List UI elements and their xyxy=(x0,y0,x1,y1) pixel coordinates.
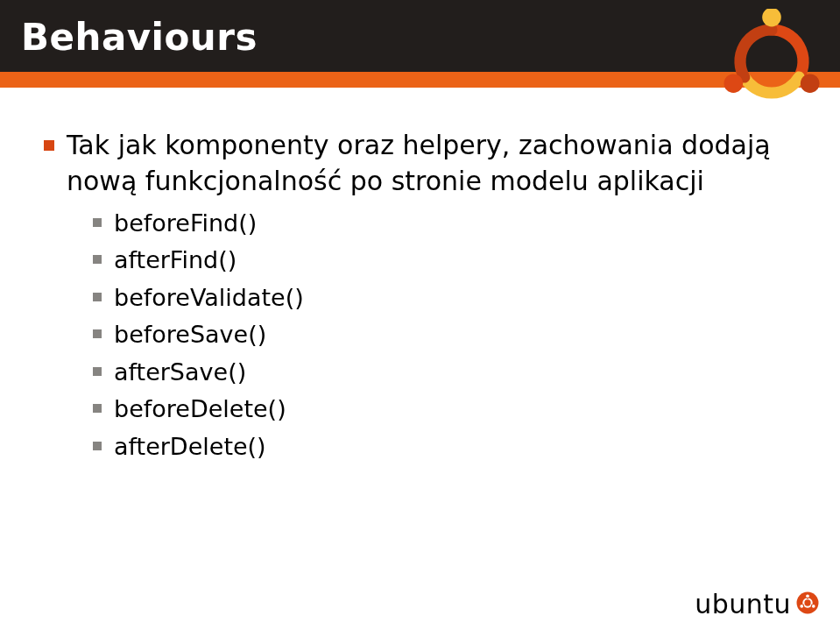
bullet-level2: afterDelete() xyxy=(91,431,798,463)
bullet-level1: Tak jak komponenty oraz helpery, zachowa… xyxy=(42,128,798,199)
svg-point-8 xyxy=(806,594,809,598)
sublist-item-label: beforeDelete() xyxy=(114,395,286,422)
sublist-item-label: beforeValidate() xyxy=(114,284,304,311)
ubuntu-wordmark: ubuntu xyxy=(695,589,791,619)
ubuntu-logo-small-icon xyxy=(796,591,819,618)
ubuntu-logo-icon xyxy=(719,9,824,114)
slide: Behaviours xyxy=(0,0,840,630)
footer: ubuntu xyxy=(695,589,819,619)
header-orange-strip xyxy=(0,72,840,88)
bullet-text: Tak jak komponenty oraz helpery, zachowa… xyxy=(67,130,771,196)
sublist-item-label: afterFind() xyxy=(114,246,236,273)
bullet-level2: beforeSave() xyxy=(91,319,798,350)
sublist-item-label: beforeFind() xyxy=(114,209,257,237)
svg-point-10 xyxy=(800,605,803,608)
sublist-item-label: beforeSave() xyxy=(114,321,266,348)
bullet-level2: beforeFind() xyxy=(91,208,798,239)
svg-point-9 xyxy=(812,605,815,608)
slide-title: Behaviours xyxy=(21,16,258,59)
bullet-level2: beforeValidate() xyxy=(91,282,798,314)
header: Behaviours xyxy=(0,0,840,88)
bullet-level2: afterSave() xyxy=(91,357,798,388)
svg-point-0 xyxy=(762,9,781,26)
bullet-level2: afterFind() xyxy=(91,244,798,276)
bullet-level2: beforeDelete() xyxy=(91,393,798,425)
sublist-item-label: afterSave() xyxy=(114,358,246,386)
svg-point-1 xyxy=(801,74,820,93)
sublist: beforeFind() afterFind() beforeValidate(… xyxy=(91,208,798,463)
svg-point-2 xyxy=(724,74,744,93)
sublist-item-label: afterDelete() xyxy=(114,433,266,460)
content-area: Tak jak komponenty oraz helpery, zachowa… xyxy=(42,128,798,468)
